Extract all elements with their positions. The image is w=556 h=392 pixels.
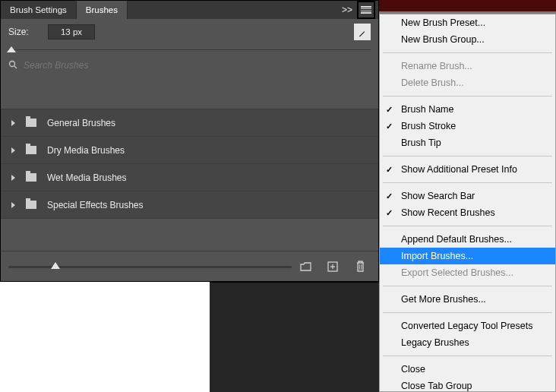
menu-item[interactable]: ✓Show Additional Preset Info: [380, 161, 555, 178]
toggle-brush-preview-button[interactable]: [354, 24, 371, 40]
menu-item-label: Show Search Bar: [401, 191, 475, 201]
size-label: Size:: [8, 27, 40, 37]
size-input[interactable]: 13 px: [48, 24, 95, 40]
menu-item-label: Import Brushes...: [401, 251, 473, 261]
checkmark-icon: ✓: [386, 122, 393, 131]
checkmark-icon: ✓: [386, 165, 393, 175]
menu-item-label: Show Recent Brushes: [401, 207, 495, 218]
menu-item-label: New Brush Preset...: [401, 17, 485, 28]
expand-caret-icon: [11, 120, 15, 126]
checkmark-icon: ✓: [386, 191, 393, 201]
brush-folder-label: Wet Media Brushes: [47, 172, 127, 183]
brush-size-row: Size: 13 px: [1, 19, 378, 45]
menu-separator: [383, 52, 552, 53]
menu-item[interactable]: Import Brushes...: [380, 248, 555, 264]
brush-folder-list: General BrushesDry Media BrushesWet Medi…: [1, 109, 378, 219]
folder-icon: [26, 146, 36, 154]
menu-separator: [383, 226, 552, 226]
tab-brushes[interactable]: Brushes: [77, 1, 128, 19]
folder-icon: [26, 119, 36, 127]
menu-item-label: Export Selected Brushes...: [401, 267, 513, 278]
menu-item[interactable]: ✓Brush Name: [380, 101, 555, 118]
menu-item[interactable]: ✓Brush Stroke: [380, 118, 555, 134]
menu-item[interactable]: ✓Show Recent Brushes: [380, 204, 555, 221]
menu-item[interactable]: Get More Brushes...: [380, 291, 555, 308]
menu-item[interactable]: Append Default Brushes...: [380, 231, 555, 248]
brush-folder-label: General Brushes: [47, 118, 115, 128]
menu-item: Rename Brush...: [380, 58, 555, 74]
checkmark-icon: ✓: [386, 105, 393, 115]
checkmark-icon: ✓: [386, 208, 393, 218]
expand-caret-icon: [11, 175, 15, 181]
recent-brushes-area: [1, 75, 378, 109]
menu-separator: [383, 182, 552, 183]
menu-item: Export Selected Brushes...: [380, 264, 555, 281]
tab-brush-settings[interactable]: Brush Settings: [1, 1, 77, 19]
menu-item[interactable]: Brush Tip: [380, 134, 555, 151]
menu-item-label: Close Tab Group: [401, 381, 472, 391]
menu-item-label: Get More Brushes...: [401, 294, 486, 305]
panel-footer: [1, 251, 378, 281]
brushes-panel: Brush Settings Brushes >> Size: 13 px Ge…: [0, 0, 379, 282]
search-row: [1, 55, 378, 75]
menu-separator: [383, 156, 552, 156]
brush-folder-item[interactable]: Wet Media Brushes: [1, 164, 378, 191]
menu-item[interactable]: Converted Legacy Tool Presets: [380, 318, 555, 334]
svg-point-0: [10, 61, 15, 66]
new-brush-icon[interactable]: [327, 261, 339, 273]
brush-folder-item[interactable]: General Brushes: [1, 109, 378, 137]
brush-folder-item[interactable]: Dry Media Brushes: [1, 137, 378, 164]
menu-icon: [361, 6, 371, 14]
menu-item-label: Legacy Brushes: [401, 337, 469, 348]
folder-icon: [26, 201, 36, 209]
menu-separator: [383, 96, 552, 96]
menu-item-label: New Brush Group...: [401, 34, 485, 45]
panel-tab-bar: Brush Settings Brushes >>: [1, 1, 378, 19]
panel-flyout-menu: New Brush Preset...New Brush Group...Ren…: [379, 14, 556, 392]
menu-item[interactable]: New Brush Preset...: [380, 14, 555, 31]
brush-folder-item[interactable]: Special Effects Brushes: [1, 191, 378, 219]
menu-item[interactable]: ✓Show Search Bar: [380, 188, 555, 204]
svg-line-1: [14, 66, 17, 68]
document-canvas[interactable]: [210, 282, 379, 392]
menu-separator: [383, 312, 552, 313]
size-slider-track: [8, 49, 371, 50]
preset-manager-icon[interactable]: [299, 261, 311, 273]
menu-item-label: Show Additional Preset Info: [401, 164, 517, 175]
thumbnail-size-slider[interactable]: [8, 264, 292, 270]
menu-item-label: Brush Tip: [401, 138, 441, 148]
menu-item-label: Append Default Brushes...: [401, 234, 512, 245]
menu-item-label: Close: [401, 364, 425, 375]
search-icon: [8, 60, 17, 71]
search-input[interactable]: [24, 60, 371, 71]
menu-separator: [383, 286, 552, 286]
delete-brush-icon[interactable]: [354, 261, 366, 273]
menu-item-label: Brush Stroke: [401, 121, 456, 131]
menu-item-label: Delete Brush...: [401, 77, 464, 88]
size-slider-thumb[interactable]: [7, 46, 16, 52]
menu-item[interactable]: New Brush Group...: [380, 31, 555, 48]
menu-item-label: Converted Legacy Tool Presets: [401, 321, 532, 331]
thumbnail-size-thumb[interactable]: [51, 262, 60, 269]
app-titlebar-fragment: [379, 0, 556, 14]
brush-folder-label: Dry Media Brushes: [47, 145, 125, 156]
size-slider[interactable]: [1, 45, 378, 55]
menu-item-label: Brush Name: [401, 104, 453, 115]
menu-item[interactable]: Close Tab Group: [380, 378, 555, 392]
brush-folder-label: Special Effects Brushes: [47, 200, 144, 210]
menu-item[interactable]: Legacy Brushes: [380, 334, 555, 351]
menu-item: Delete Brush...: [380, 74, 555, 91]
menu-separator: [383, 356, 552, 356]
collapse-panel-icon[interactable]: >>: [342, 5, 352, 15]
menu-item-label: Rename Brush...: [401, 61, 472, 71]
expand-caret-icon: [11, 147, 15, 153]
expand-caret-icon: [11, 202, 15, 208]
folder-icon: [26, 173, 36, 182]
menu-item[interactable]: Close: [380, 361, 555, 378]
panel-flyout-menu-button[interactable]: [357, 1, 375, 19]
